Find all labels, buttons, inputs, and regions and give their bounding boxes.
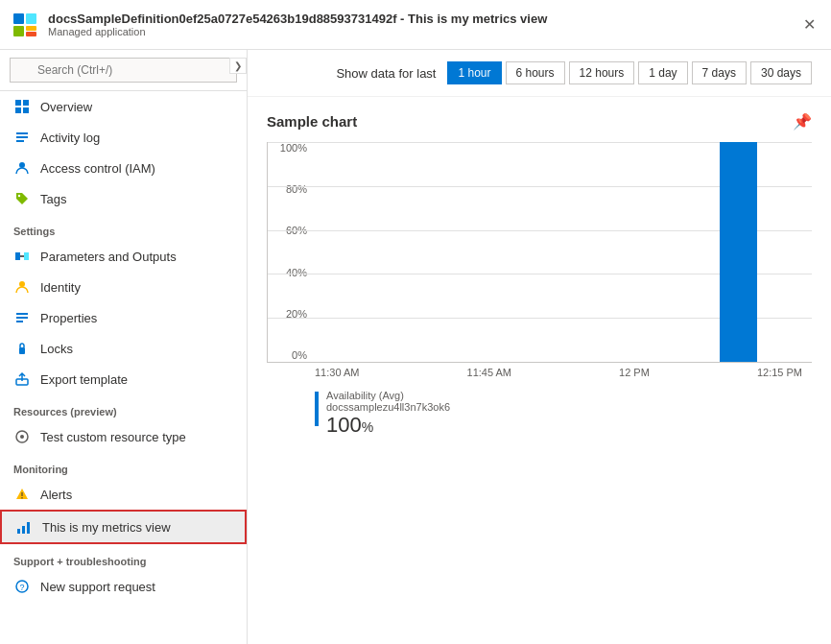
properties-icon (13, 309, 31, 326)
time-1hour[interactable]: 1 hour (447, 61, 501, 84)
svg-point-24 (20, 435, 24, 439)
svg-rect-4 (26, 32, 36, 36)
x-label-1215: 12:15 PM (757, 367, 802, 378)
x-label-12pm: 12 PM (619, 367, 650, 378)
support-icon: ? (13, 578, 31, 595)
pin-button[interactable]: 📌 (793, 112, 812, 131)
sidebar-item-tags[interactable]: Tags (0, 183, 247, 214)
sidebar-item-iam[interactable]: Access control (IAM) (0, 153, 247, 183)
tags-icon (13, 190, 31, 207)
svg-rect-2 (13, 26, 24, 36)
chart-title-row: Sample chart 📌 (267, 112, 812, 131)
svg-rect-18 (16, 313, 28, 315)
chart-x-labels: 11:30 AM 11:45 AM 12 PM 12:15 PM (267, 363, 812, 378)
chart-legend: Availability (Avg) docssamplezu4ll3n7k3o… (267, 378, 812, 438)
sidebar-item-identity[interactable]: Identity (0, 272, 247, 302)
sidebar-item-overview-label: Overview (40, 100, 92, 114)
svg-rect-0 (13, 13, 24, 24)
sidebar-item-parameters-label: Parameters and Outputs (40, 250, 177, 264)
svg-point-13 (18, 195, 20, 197)
x-label-1145: 11:45 AM (467, 367, 511, 378)
svg-rect-29 (27, 522, 30, 534)
svg-rect-7 (15, 107, 21, 113)
chart-wrapper: 100% 80% 60% 40% 20% 0% (267, 142, 812, 378)
sidebar-item-identity-label: Identity (40, 280, 81, 295)
title-bar: docsSampleDefinition0ef25a0727e54263b19d… (0, 0, 831, 50)
legend-name: Availability (Avg) (326, 390, 450, 401)
time-7days[interactable]: 7 days (692, 61, 747, 84)
svg-rect-26 (22, 497, 23, 499)
svg-rect-14 (15, 252, 20, 260)
svg-rect-11 (16, 140, 24, 142)
search-input[interactable] (10, 58, 237, 83)
sidebar-item-tags-label: Tags (40, 192, 66, 206)
app-icon (12, 12, 38, 38)
svg-rect-19 (16, 317, 28, 319)
x-label-1130: 11:30 AM (315, 367, 359, 378)
svg-rect-27 (17, 529, 20, 534)
sidebar-item-support-label: New support request (40, 580, 155, 594)
svg-rect-21 (19, 347, 25, 354)
sidebar-item-overview[interactable]: Overview (0, 91, 247, 122)
close-button[interactable]: ✕ (799, 12, 819, 37)
identity-icon (13, 278, 31, 296)
sidebar-item-iam-label: Access control (IAM) (40, 161, 155, 176)
sidebar-item-properties[interactable]: Properties (0, 302, 247, 333)
title-bar-text: docsSampleDefinition0ef25a0727e54263b19d… (48, 12, 790, 37)
sidebar-item-parameters[interactable]: Parameters and Outputs (0, 241, 247, 272)
svg-rect-8 (23, 107, 29, 113)
sidebar-item-activity-log-label: Activity log (40, 131, 100, 145)
collapse-button[interactable]: ❯ (229, 58, 247, 74)
section-settings: Settings (0, 214, 247, 241)
sidebar-item-export-label: Export template (40, 372, 128, 387)
sidebar-item-locks-label: Locks (40, 342, 73, 356)
section-support: Support + troubleshooting (0, 544, 247, 571)
export-icon (13, 370, 31, 388)
content-area: Show data for last 1 hour 6 hours 12 hou… (248, 50, 831, 644)
sidebar-item-alerts-label: Alerts (40, 488, 72, 502)
chart-section: Sample chart 📌 100% 80% 60% 40% 20% 0% (248, 97, 831, 453)
sidebar-item-support[interactable]: ? New support request (0, 571, 247, 602)
sidebar-item-export[interactable]: Export template (0, 364, 247, 394)
legend-unit: % (362, 419, 373, 435)
time-1day[interactable]: 1 day (638, 61, 687, 84)
svg-rect-28 (22, 526, 25, 534)
svg-rect-9 (16, 132, 28, 134)
chart-grid-area (267, 142, 812, 363)
sidebar-search-area: 🔍 (0, 50, 247, 91)
chart-bar-main (720, 142, 758, 362)
window-title: docsSampleDefinition0ef25a0727e54263b19d… (48, 12, 790, 26)
sidebar-item-activity-log[interactable]: Activity log (0, 122, 247, 153)
time-6hours[interactable]: 6 hours (506, 61, 565, 84)
svg-rect-15 (24, 252, 29, 260)
iam-icon (13, 159, 31, 177)
alerts-icon (13, 486, 31, 503)
sidebar-item-alerts[interactable]: Alerts (0, 479, 247, 510)
sidebar-item-custom-resource[interactable]: Test custom resource type (0, 421, 247, 452)
main-layout: 🔍 ❯ Overview Activity log Access control… (0, 50, 831, 644)
svg-rect-10 (16, 136, 28, 138)
legend-color-bar (315, 392, 319, 426)
chart-main: 100% 80% 60% 40% 20% 0% (267, 142, 812, 363)
legend-value-row: 100% (326, 413, 450, 438)
parameters-icon (13, 248, 31, 265)
legend-resource: docssamplezu4ll3n7k3ok6 (326, 401, 450, 413)
svg-rect-20 (16, 321, 23, 322)
svg-text:?: ? (20, 583, 25, 592)
metrics-icon (15, 518, 33, 536)
time-12hours[interactable]: 12 hours (569, 61, 635, 84)
activity-log-icon (13, 129, 31, 146)
locks-icon (13, 340, 31, 357)
legend-text: Availability (Avg) docssamplezu4ll3n7k3o… (326, 390, 450, 438)
overview-icon (13, 98, 31, 115)
window-subtitle: Managed application (48, 26, 790, 37)
time-30days[interactable]: 30 days (750, 61, 812, 84)
sidebar-item-locks[interactable]: Locks (0, 333, 247, 364)
svg-rect-1 (26, 13, 36, 24)
svg-rect-3 (26, 26, 36, 31)
svg-rect-6 (23, 100, 29, 106)
section-monitoring: Monitoring (0, 452, 247, 479)
legend-value: 100 (326, 413, 362, 437)
chart-title: Sample chart (267, 113, 357, 130)
sidebar-item-metrics[interactable]: This is my metrics view (0, 510, 247, 544)
